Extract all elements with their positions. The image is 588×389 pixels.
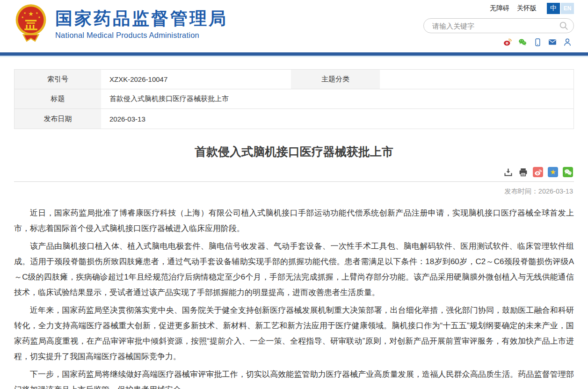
- category-value: [380, 70, 573, 89]
- header-utilities: 无障碍 关怀版 中 EN: [423, 2, 574, 47]
- site-logo[interactable]: ★ ★ ★ ★ ★ 国家药品监督管理局 National Medical Pro…: [15, 3, 228, 45]
- weibo-share-icon[interactable]: [533, 167, 543, 177]
- svg-text:★: ★: [36, 11, 38, 14]
- national-emblem-icon: ★ ★ ★ ★ ★: [15, 3, 47, 45]
- article-paragraph: 该产品由脑机接口植入体、植入式脑电电极套件、脑电信号收发器、气动手套设备、一次性…: [14, 238, 574, 300]
- index-value: XZXK-2026-10047: [101, 70, 291, 89]
- svg-text:★: ★: [23, 11, 26, 14]
- document-meta-table: 索引号 XZXK-2026-10047 主题分类 标题 首款侵入式脑机接口医疗器…: [14, 69, 574, 129]
- lang-zh-button[interactable]: 中: [547, 3, 560, 14]
- svg-text:★: ★: [21, 15, 24, 19]
- meta-row-index: 索引号 XZXK-2026-10047 主题分类: [15, 70, 573, 89]
- qzone-share-icon[interactable]: ★: [548, 167, 558, 177]
- title-label: 标题: [15, 89, 101, 108]
- search-box: [423, 18, 574, 33]
- user-icon[interactable]: [563, 37, 572, 47]
- svg-text:★: ★: [38, 15, 41, 19]
- publish-time: 发布时间：2026-03-13: [14, 182, 574, 202]
- category-label: 主题分类: [291, 70, 380, 89]
- meta-row-title: 标题 首款侵入式脑机接口医疗器械获批上市: [15, 89, 573, 109]
- title-value: 首款侵入式脑机接口医疗器械获批上市: [101, 89, 573, 108]
- mobile-icon[interactable]: [533, 37, 542, 47]
- header-divider-bar: [0, 52, 588, 57]
- article-action-bar: ★: [14, 167, 574, 181]
- print-icon[interactable]: [518, 167, 528, 177]
- main-content: 索引号 XZXK-2026-10047 主题分类 标题 首款侵入式脑机接口医疗器…: [0, 57, 588, 389]
- social-icons-row: [423, 37, 574, 47]
- top-links: 无障碍 关怀版 中 EN: [423, 2, 574, 14]
- article-paragraph: 近日，国家药监局批准了博睿康医疗科技（上海）有限公司植入式脑机接口手部运动功能代…: [14, 205, 574, 236]
- article-paragraph: 近年来，国家药监局坚决贯彻落实党中央、国务院关于健全支持创新医疗器械发展机制重大…: [14, 303, 574, 364]
- lang-en-button[interactable]: EN: [561, 3, 574, 14]
- accessibility-link[interactable]: 无障碍: [490, 4, 509, 13]
- site-title-en: National Medical Products Administration: [55, 31, 228, 40]
- article-body: 近日，国家药监局批准了博睿康医疗科技（上海）有限公司植入式脑机接口手部运动功能代…: [14, 205, 574, 389]
- svg-text:★: ★: [550, 168, 556, 176]
- date-label: 发布日期: [15, 109, 101, 129]
- search-icon[interactable]: [559, 21, 569, 31]
- svg-text:★: ★: [28, 10, 34, 17]
- meta-row-date: 发布日期 2026-03-13: [15, 109, 573, 129]
- article-title: 首款侵入式脑机接口医疗器械获批上市: [14, 144, 574, 159]
- download-icon[interactable]: [503, 167, 513, 177]
- site-header: ★ ★ ★ ★ ★ 国家药品监督管理局 National Medical Pro…: [0, 0, 588, 52]
- language-toggle: 中 EN: [547, 3, 574, 14]
- index-label: 索引号: [15, 70, 101, 89]
- article-paragraph: 下一步，国家药监局将继续做好高端医疗器械审评审批工作，切实以高效能监管助力医疗器…: [14, 367, 574, 389]
- weibo-icon[interactable]: [503, 37, 512, 47]
- search-input[interactable]: [431, 22, 559, 30]
- wechat-share-icon[interactable]: [563, 167, 573, 177]
- mail-icon[interactable]: [548, 37, 557, 47]
- date-value: 2026-03-13: [101, 109, 573, 129]
- wechat-icon[interactable]: [518, 37, 527, 47]
- care-version-link[interactable]: 关怀版: [517, 4, 537, 13]
- site-title-cn: 国家药品监督管理局: [55, 8, 228, 29]
